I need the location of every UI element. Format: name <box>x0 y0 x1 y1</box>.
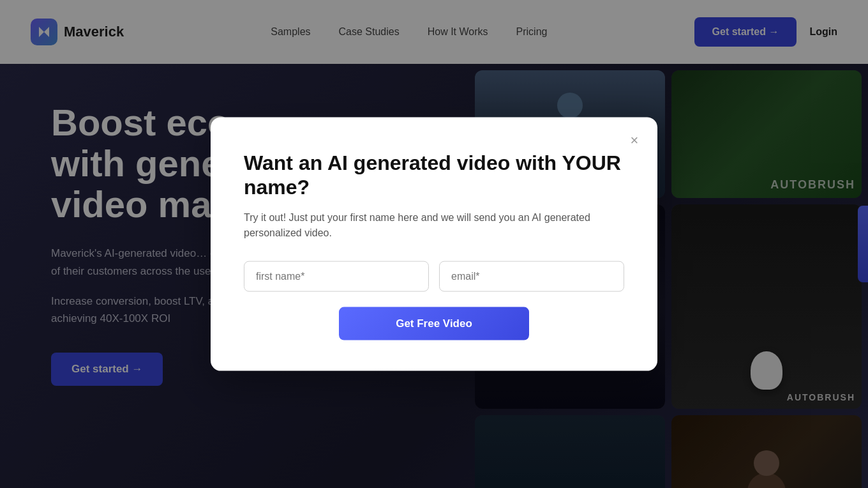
modal-close-button[interactable]: × <box>624 130 645 151</box>
modal-input-row <box>244 261 624 291</box>
modal-title: Want an AI generated video with YOUR nam… <box>244 151 624 200</box>
get-free-video-button[interactable]: Get Free Video <box>339 307 529 340</box>
email-input[interactable] <box>439 261 624 291</box>
modal: × Want an AI generated video with YOUR n… <box>211 118 657 371</box>
modal-subtitle: Try it out! Just put your first name her… <box>244 210 624 240</box>
first-name-input[interactable] <box>244 261 429 291</box>
